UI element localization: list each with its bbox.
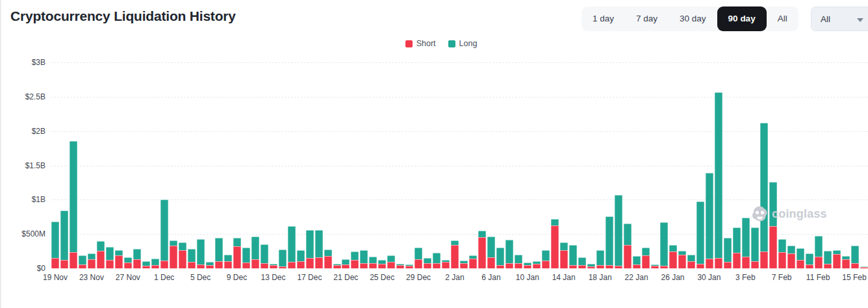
long-bar-segment[interactable]	[751, 227, 759, 261]
short-bar-segment[interactable]	[133, 259, 141, 268]
chart-bar[interactable]	[841, 62, 850, 268]
chart-bar[interactable]	[60, 62, 69, 268]
chart-bar[interactable]	[350, 62, 359, 268]
long-bar-segment[interactable]	[60, 211, 68, 260]
chart-bar[interactable]	[623, 62, 632, 268]
chart-bar[interactable]	[687, 62, 696, 268]
short-bar-segment[interactable]	[60, 260, 68, 268]
long-bar-segment[interactable]	[769, 182, 777, 227]
long-bar-segment[interactable]	[724, 238, 732, 263]
short-bar-segment[interactable]	[233, 246, 241, 268]
chart-bar[interactable]	[578, 62, 587, 268]
long-bar-segment[interactable]	[342, 259, 350, 264]
short-bar-segment[interactable]	[505, 263, 513, 268]
short-bar-segment[interactable]	[142, 266, 150, 268]
chart-bar[interactable]	[796, 62, 805, 268]
chart-bar[interactable]	[69, 62, 78, 268]
long-bar-segment[interactable]	[106, 247, 114, 260]
long-bar-segment[interactable]	[578, 257, 586, 265]
short-bar-segment[interactable]	[251, 259, 259, 268]
long-bar-segment[interactable]	[297, 250, 305, 261]
long-bar-segment[interactable]	[487, 237, 495, 257]
chart-bar[interactable]	[396, 62, 405, 268]
chart-bar[interactable]	[805, 62, 814, 268]
short-bar-segment[interactable]	[333, 265, 341, 268]
chart-bar[interactable]	[305, 62, 314, 268]
short-bar-segment[interactable]	[288, 262, 296, 268]
short-bar-segment[interactable]	[170, 246, 177, 268]
chart-bar[interactable]	[650, 62, 659, 268]
chart-bar[interactable]	[450, 62, 459, 268]
chart-bar[interactable]	[696, 62, 705, 268]
long-bar-segment[interactable]	[687, 255, 695, 261]
long-bar-segment[interactable]	[215, 238, 223, 261]
range-button-1day[interactable]: 1 day	[581, 6, 625, 31]
short-bar-segment[interactable]	[660, 266, 668, 268]
chart-bar[interactable]	[151, 62, 160, 268]
chart-bar[interactable]	[723, 62, 732, 268]
short-bar-segment[interactable]	[860, 267, 868, 268]
long-bar-segment[interactable]	[515, 255, 522, 263]
chart-bar[interactable]	[333, 62, 342, 268]
short-bar-segment[interactable]	[496, 265, 504, 268]
chart-bar[interactable]	[741, 62, 750, 268]
chart-bar[interactable]	[850, 62, 860, 268]
range-button-7day[interactable]: 7 day	[625, 6, 669, 31]
long-bar-segment[interactable]	[615, 195, 622, 266]
long-bar-segment[interactable]	[760, 123, 768, 251]
chart-bar[interactable]	[251, 62, 260, 268]
chart-bar[interactable]	[832, 62, 841, 268]
long-bar-segment[interactable]	[415, 248, 422, 259]
chart-bar[interactable]	[505, 62, 514, 268]
chart-bar[interactable]	[432, 62, 441, 268]
short-bar-segment[interactable]	[533, 264, 541, 268]
chart-bar[interactable]	[314, 62, 324, 268]
range-button-90day[interactable]: 90 day	[717, 6, 767, 31]
long-bar-segment[interactable]	[715, 92, 722, 258]
long-bar-segment[interactable]	[279, 250, 287, 266]
chart-bar[interactable]	[233, 62, 242, 268]
short-bar-segment[interactable]	[551, 225, 559, 268]
short-bar-segment[interactable]	[378, 264, 386, 268]
short-bar-segment[interactable]	[306, 258, 314, 268]
long-bar-segment[interactable]	[478, 231, 486, 237]
long-bar-segment[interactable]	[824, 251, 832, 264]
chart-bar[interactable]	[269, 62, 278, 268]
long-bar-segment[interactable]	[115, 250, 123, 255]
short-bar-segment[interactable]	[415, 259, 422, 268]
chart-bar[interactable]	[541, 62, 550, 268]
short-bar-segment[interactable]	[160, 261, 168, 268]
long-bar-segment[interactable]	[351, 251, 359, 261]
chart-bar[interactable]	[414, 62, 423, 268]
chart-bar[interactable]	[78, 62, 87, 268]
short-bar-segment[interactable]	[151, 265, 159, 268]
chart-bar[interactable]	[587, 62, 596, 268]
short-bar-segment[interactable]	[569, 265, 577, 269]
long-bar-segment[interactable]	[596, 250, 604, 265]
long-bar-segment[interactable]	[624, 224, 632, 246]
chart-bar[interactable]	[778, 62, 787, 268]
chart-bar[interactable]	[669, 62, 678, 268]
long-bar-segment[interactable]	[97, 241, 105, 251]
chart-bar[interactable]	[550, 62, 559, 268]
short-bar-segment[interactable]	[261, 263, 268, 268]
short-bar-segment[interactable]	[560, 250, 568, 268]
long-bar-segment[interactable]	[806, 253, 813, 264]
long-bar-segment[interactable]	[224, 255, 232, 261]
chart-bar[interactable]	[178, 62, 187, 268]
chart-bar[interactable]	[705, 62, 714, 268]
long-bar-segment[interactable]	[451, 240, 459, 246]
chart-bar[interactable]	[596, 62, 605, 268]
chart-bar[interactable]	[568, 62, 578, 268]
chart-bar[interactable]	[87, 62, 96, 268]
chart-bar[interactable]	[260, 62, 269, 268]
long-bar-segment[interactable]	[151, 259, 159, 265]
legend-item-short[interactable]: Short	[405, 39, 436, 48]
short-bar-segment[interactable]	[279, 266, 287, 268]
short-bar-segment[interactable]	[315, 257, 323, 268]
short-bar-segment[interactable]	[206, 265, 214, 268]
short-bar-segment[interactable]	[469, 259, 477, 268]
chart-bar[interactable]	[377, 62, 387, 268]
short-bar-segment[interactable]	[115, 255, 123, 268]
chart-bar[interactable]	[278, 62, 287, 268]
